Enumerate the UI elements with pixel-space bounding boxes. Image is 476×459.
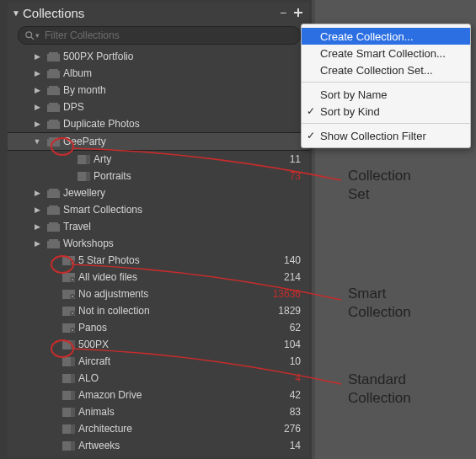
menu-item-create-set[interactable]: Create Collection Set... — [302, 61, 470, 78]
list-item[interactable]: ▶ 5 Star Photos 140 — [8, 252, 309, 269]
list-item[interactable]: ▶ Panos 62 — [8, 319, 309, 336]
list-item[interactable]: ▶ ALO 4 — [8, 370, 309, 387]
item-label: Not in collection — [75, 305, 267, 317]
disclosure-icon[interactable]: ▶ — [33, 103, 41, 111]
smart-collection-icon — [62, 307, 75, 316]
item-count: 11 — [267, 153, 301, 165]
list-item[interactable]: ▶ Album — [8, 65, 309, 82]
item-label: By month — [60, 84, 267, 96]
disclosure-icon[interactable]: ▶ — [33, 120, 41, 128]
list-item[interactable]: ▶ Travel — [8, 218, 309, 235]
list-item[interactable]: ▶ 500PX Portfolio — [8, 48, 309, 65]
item-label: Jewellery — [60, 187, 267, 199]
svg-rect-1 — [294, 12, 302, 13]
svg-rect-5 — [49, 52, 58, 54]
list-item[interactable]: ▶ No adjustments 13636 — [8, 286, 309, 302]
disclosure-icon[interactable]: ▶ — [33, 86, 41, 94]
item-count: 83 — [267, 406, 301, 418]
context-menu: Create Collection... Create Smart Collec… — [301, 24, 471, 148]
list-item[interactable]: ▶ All video files 214 — [8, 269, 309, 286]
add-button[interactable] — [292, 7, 304, 19]
collection-set-icon — [46, 52, 60, 61]
svg-point-33 — [71, 278, 73, 280]
disclosure-icon[interactable]: ▶ — [33, 69, 41, 77]
list-item[interactable]: ▶ Not in collection 1829 — [8, 302, 309, 319]
svg-rect-56 — [71, 441, 75, 451]
disclosure-icon[interactable]: ▶ — [33, 52, 41, 61]
menu-separator — [302, 123, 470, 124]
list-item[interactable]: ▶ Amazon Drive 42 — [8, 387, 309, 403]
item-label: All video files — [75, 271, 267, 283]
list-item[interactable]: ▶ Artweeks 14 — [8, 437, 309, 454]
panel-disclosure-icon[interactable]: ▼ — [11, 8, 21, 18]
item-count: 62 — [267, 322, 301, 334]
collection-icon — [62, 374, 75, 383]
list-item[interactable]: ▶ Portraits 73 — [8, 168, 309, 184]
list-item[interactable]: ▼ GeeParty — [8, 132, 309, 151]
svg-rect-48 — [71, 374, 75, 383]
svg-rect-12 — [47, 121, 60, 129]
svg-rect-44 — [71, 340, 75, 350]
collection-icon — [62, 391, 75, 400]
panel-title: Collections — [21, 6, 274, 20]
item-count: 73 — [267, 170, 301, 182]
item-count: 13636 — [267, 288, 301, 300]
list-item[interactable]: ▶ Animals 83 — [8, 403, 309, 420]
collection-icon — [62, 357, 75, 366]
svg-rect-21 — [49, 189, 58, 190]
svg-rect-15 — [49, 137, 58, 139]
list-item[interactable]: ▶ Jewellery — [8, 184, 309, 201]
svg-rect-11 — [49, 103, 58, 104]
svg-rect-17 — [86, 155, 90, 164]
item-label: Portraits — [90, 170, 267, 182]
list-item[interactable]: ▶ 500PX 104 — [8, 336, 309, 353]
smart-collection-icon — [62, 256, 75, 265]
panel-header[interactable]: ▼ Collections − — [8, 3, 309, 23]
list-item[interactable]: ▶ Duplicate Photos — [8, 115, 309, 132]
item-label: 500PX — [75, 339, 267, 350]
item-count: 140 — [267, 254, 301, 266]
item-label: Duplicate Photos — [60, 118, 267, 130]
smart-collection-icon — [62, 273, 75, 282]
list-item[interactable]: ▶ Workshops — [8, 235, 309, 252]
item-label: Architecture — [75, 423, 267, 435]
list-item[interactable]: ▶ Arty 11 — [8, 151, 309, 168]
collection-set-icon — [46, 86, 60, 95]
list-item[interactable]: ▶ Architecture 276 — [8, 420, 309, 437]
item-label: Travel — [60, 221, 267, 232]
item-count: 14 — [267, 440, 301, 451]
disclosure-icon[interactable]: ▶ — [33, 239, 41, 248]
search-field[interactable]: ▾ — [18, 26, 301, 45]
svg-rect-4 — [47, 54, 60, 61]
search-input[interactable] — [40, 29, 293, 42]
list-item[interactable]: ▶ Aircraft 10 — [8, 353, 309, 370]
svg-rect-26 — [47, 241, 60, 248]
item-label: ALO — [75, 372, 267, 384]
minimize-button[interactable]: − — [277, 7, 289, 19]
item-label: Workshops — [60, 238, 267, 249]
item-label: DPS — [60, 101, 267, 113]
disclosure-icon[interactable]: ▶ — [33, 205, 41, 214]
svg-rect-10 — [47, 104, 60, 112]
menu-item-show-filter[interactable]: Show Collection Filter — [302, 127, 470, 144]
svg-rect-27 — [49, 239, 58, 241]
list-item[interactable]: ▶ By month — [8, 82, 309, 99]
collection-icon — [62, 441, 75, 451]
menu-item-create-collection[interactable]: Create Collection... — [302, 28, 470, 45]
list-item[interactable]: ▶ DPS — [8, 99, 309, 115]
menu-item-create-smart[interactable]: Create Smart Collection... — [302, 45, 470, 61]
menu-separator — [302, 82, 470, 83]
disclosure-icon[interactable]: ▶ — [33, 222, 41, 231]
collection-set-icon — [46, 120, 60, 129]
list-item[interactable]: ▶ Smart Collections — [8, 201, 309, 218]
item-label: Arty — [90, 153, 267, 165]
item-label: GeeParty — [60, 136, 267, 147]
disclosure-icon[interactable]: ▶ — [33, 189, 41, 197]
menu-item-sort-kind[interactable]: Sort by Kind — [302, 103, 470, 120]
disclosure-icon[interactable]: ▼ — [33, 137, 41, 146]
collection-icon — [77, 172, 90, 181]
menu-item-sort-name[interactable]: Sort by Name — [302, 86, 470, 103]
plus-icon — [292, 7, 304, 19]
item-label: Aircraft — [75, 355, 267, 367]
svg-rect-46 — [71, 357, 75, 366]
